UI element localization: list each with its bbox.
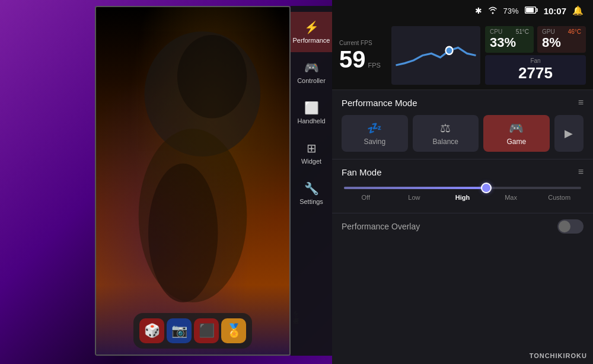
fan-label: Fan	[530, 58, 540, 64]
cpu-label: CPU	[490, 28, 502, 35]
fps-panel: Current FPS 59 FPS CPU 51°C 33%	[332, 21, 593, 90]
right-panel: ✱ 73% 10:07 🔔 Current FPS 59 FPS	[332, 0, 593, 364]
sidebar-item-widget-label: Widget	[301, 158, 321, 165]
mode-btn-more[interactable]: ▶	[554, 115, 584, 152]
svg-point-6	[446, 47, 453, 55]
gpu-temp: 46°C	[568, 28, 581, 35]
fan-mode-title: Fan Mode	[342, 167, 382, 177]
gpu-stat: GPU 46°C 8%	[537, 26, 586, 53]
battery-percent: 73%	[503, 7, 519, 15]
fan-mode-section: Fan Mode ≡ Off Low High Max Custom	[332, 159, 593, 213]
fan-stat: Fan 2775	[485, 55, 586, 85]
fps-value-row: 59 FPS	[339, 47, 387, 71]
side-menu: ⚡ Performance 🎮 Controller ⬜ Handheld ⊞ …	[291, 6, 332, 356]
slider-track[interactable]	[344, 187, 581, 189]
sidebar-item-performance[interactable]: ⚡ Performance	[291, 12, 332, 52]
controller-icon: 🎮	[304, 60, 319, 75]
performance-overlay-row: Performance Overlay	[332, 213, 593, 240]
mode-btn-saving[interactable]: 💤 Saving	[342, 115, 408, 152]
performance-icon: ⚡	[304, 20, 319, 34]
fan-label-high: High	[438, 194, 487, 201]
mode-btn-game[interactable]: 🎮 Game	[483, 115, 550, 152]
slider-labels: Off Low High Max Custom	[342, 194, 584, 201]
mode-buttons: 💤 Saving ⚖ Balance 🎮 Game ▶	[342, 115, 584, 152]
bluetooth-icon: ✱	[475, 6, 482, 15]
game-label: Game	[506, 138, 526, 146]
game-icon: 🎮	[509, 121, 524, 135]
fps-unit: FPS	[368, 62, 381, 69]
performance-mode-sort-icon[interactable]: ≡	[578, 97, 584, 108]
status-bar: ✱ 73% 10:07 🔔	[332, 0, 593, 21]
slider-fill	[344, 187, 486, 189]
fan-label-max: Max	[487, 194, 535, 201]
svg-point-3	[148, 164, 218, 302]
app-icon-collection[interactable]: 🎲	[139, 318, 164, 343]
settings-icon: 🔧	[304, 181, 319, 196]
app-icon-gold[interactable]: 🏅	[221, 318, 246, 343]
fan-mode-sort-icon[interactable]: ≡	[578, 167, 584, 177]
notification-bell-icon: 🔔	[572, 5, 584, 16]
handheld-icon: ⬜	[304, 101, 319, 115]
gpu-value: 8%	[542, 35, 581, 50]
wifi-icon	[488, 6, 498, 16]
app-dock: 🎲 📷 ⬛ 🏅	[133, 313, 252, 349]
mode-btn-balance[interactable]: ⚖ Balance	[413, 115, 479, 152]
cpu-temp: 51°C	[516, 28, 529, 35]
game-screen: 🎲 📷 ⬛ 🏅	[95, 6, 291, 356]
performance-overlay-label: Performance Overlay	[342, 222, 420, 231]
game-artwork	[96, 7, 289, 355]
svg-point-1	[177, 35, 247, 119]
sidebar-item-handheld-label: Handheld	[297, 117, 325, 124]
cpu-stat: CPU 51°C 33%	[485, 26, 534, 53]
fps-chart	[391, 26, 480, 85]
battery-icon	[525, 7, 538, 15]
time-display: 10:07	[544, 6, 566, 16]
app-icon-camera[interactable]: 📷	[167, 318, 192, 343]
sidebar-item-handheld[interactable]: ⬜ Handheld	[291, 92, 332, 133]
performance-mode-title: Performance Mode	[342, 98, 417, 108]
performance-mode-section: Performance Mode ≡ 💤 Saving ⚖ Balance 🎮 …	[332, 90, 593, 159]
fan-mode-header: Fan Mode ≡	[342, 167, 584, 177]
fan-slider-container[interactable]: Off Low High Max Custom	[342, 184, 584, 206]
fan-value: 2775	[518, 64, 553, 82]
fan-label-low: Low	[390, 194, 439, 201]
performance-overlay-toggle[interactable]	[557, 219, 584, 234]
svg-rect-5	[526, 8, 534, 12]
fan-label-custom: Custom	[535, 194, 584, 201]
current-fps-label: Current FPS	[339, 40, 387, 46]
saving-label: Saving	[364, 138, 385, 146]
balance-label: Balance	[433, 138, 458, 146]
watermark: TONCHIKIROKU	[530, 352, 587, 359]
sidebar-item-controller-label: Controller	[297, 77, 326, 84]
sidebar-item-controller[interactable]: 🎮 Controller	[291, 52, 332, 92]
cpu-gpu-row: CPU 51°C 33% GPU 46°C 8%	[485, 26, 586, 53]
saving-icon: 💤	[367, 121, 382, 135]
fps-value: 59	[339, 47, 366, 71]
sidebar-item-settings-label: Settings	[299, 198, 323, 205]
balance-icon: ⚖	[440, 121, 451, 135]
gpu-label: GPU	[542, 28, 555, 35]
widget-icon: ⊞	[307, 141, 317, 155]
toggle-thumb	[559, 221, 570, 232]
slider-thumb[interactable]	[481, 183, 492, 193]
sidebar-item-widget[interactable]: ⊞ Widget	[291, 133, 332, 173]
sidebar-item-settings[interactable]: 🔧 Settings	[291, 173, 332, 213]
stats-grid: CPU 51°C 33% GPU 46°C 8% Fan 2775	[485, 26, 586, 85]
fps-main: Current FPS 59 FPS	[339, 26, 387, 85]
app-icon-red[interactable]: ⬛	[194, 318, 219, 343]
sidebar-item-performance-label: Performance	[293, 37, 330, 44]
cpu-value: 33%	[490, 35, 529, 50]
fan-label-off: Off	[342, 194, 390, 201]
performance-mode-header: Performance Mode ≡	[342, 97, 584, 108]
